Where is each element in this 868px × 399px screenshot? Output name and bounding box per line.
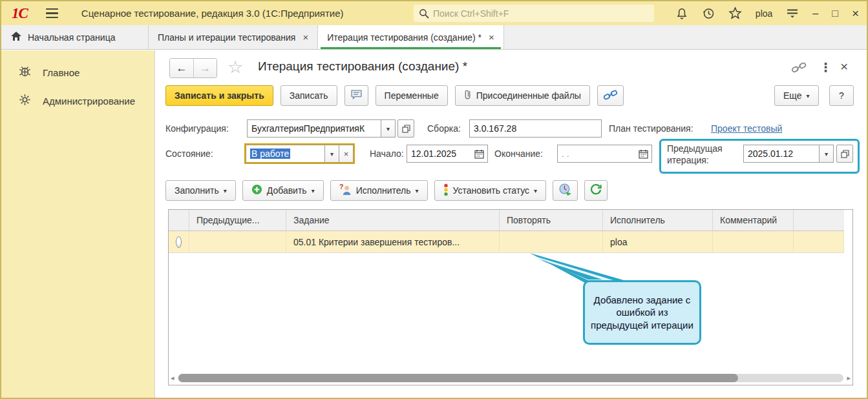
row-repeat-cell[interactable] bbox=[500, 231, 603, 253]
maximize-button[interactable]: □ bbox=[832, 8, 838, 19]
state-label: Состояние: bbox=[165, 148, 213, 159]
add-plus-icon bbox=[251, 184, 262, 197]
tab-plans-iterations[interactable]: Планы и итерации тестирования × bbox=[149, 25, 318, 49]
configuration-open-icon[interactable] bbox=[397, 119, 414, 138]
link-button[interactable] bbox=[597, 85, 624, 106]
tab-plans-label: Планы и итерации тестирования bbox=[158, 32, 295, 43]
service-menu-icon[interactable] bbox=[786, 8, 799, 19]
more-label: Еще bbox=[783, 90, 802, 101]
table-row[interactable]: 05.01 Критерии завершения тестиров... pl… bbox=[169, 231, 844, 253]
scroll-right-icon[interactable]: ▸ bbox=[847, 374, 851, 382]
header-comment[interactable]: Комментарий bbox=[713, 210, 794, 231]
current-user[interactable]: ploa bbox=[756, 8, 772, 19]
header-spacer bbox=[794, 210, 844, 231]
executor-button[interactable]: ? Исполнитель▾ bbox=[330, 180, 428, 201]
forward-button[interactable]: → bbox=[193, 59, 217, 77]
scrollbar-track[interactable] bbox=[178, 374, 844, 382]
close-window-button[interactable]: × bbox=[852, 7, 859, 19]
favorite-star-icon[interactable]: ☆ bbox=[228, 57, 243, 77]
build-field[interactable]: 3.0.167.28 bbox=[469, 119, 602, 138]
row-spacer-cell bbox=[794, 231, 844, 253]
tab-home[interactable]: Начальная страница bbox=[1, 25, 149, 49]
row-executor-cell[interactable]: ploa bbox=[603, 231, 713, 253]
caret-down-icon: ▾ bbox=[416, 187, 419, 194]
fill-button[interactable]: Заполнить▾ bbox=[165, 180, 236, 201]
comment-bubble-icon bbox=[350, 89, 363, 102]
configuration-field[interactable]: БухгалтерияПредприятияК ▾ bbox=[247, 119, 396, 138]
row-task-cell[interactable]: 05.01 Критерии завершения тестиров... bbox=[286, 231, 500, 253]
table-toolbar: Заполнить▾ Добавить▾ ? Исполнитель▾ Уста… bbox=[165, 180, 608, 201]
tab-bar: Начальная страница Планы и итерации тест… bbox=[1, 25, 867, 50]
attached-files-button[interactable]: Присоединенные файлы bbox=[455, 85, 590, 106]
header-repeat[interactable]: Повторять bbox=[500, 210, 603, 231]
caret-down-icon[interactable]: ▾ bbox=[819, 145, 833, 162]
global-search[interactable] bbox=[414, 5, 654, 22]
sidebar-item-administration[interactable]: Администрирование bbox=[1, 87, 154, 115]
sidebar-item-main[interactable]: Главное bbox=[1, 58, 154, 87]
search-icon bbox=[419, 8, 429, 19]
sidebar-item-admin-label: Администрирование bbox=[43, 96, 135, 107]
comment-button[interactable] bbox=[344, 85, 368, 106]
page-title: Итерация тестирования (создание) * bbox=[258, 59, 467, 74]
more-button[interactable]: Еще ▾ bbox=[774, 85, 819, 106]
test-plan-link[interactable]: Проект тестовый bbox=[711, 123, 782, 134]
calendar-icon[interactable] bbox=[639, 149, 648, 159]
tasks-table: Предыдущие... Задание Повторять Исполнит… bbox=[168, 209, 853, 385]
state-combobox[interactable]: В работе ▾ × bbox=[246, 145, 354, 163]
header-selector[interactable] bbox=[169, 210, 189, 231]
bug-icon bbox=[18, 65, 32, 80]
schedule-button[interactable] bbox=[553, 180, 578, 201]
scroll-left-icon[interactable]: ◂ bbox=[171, 374, 175, 382]
end-date-field[interactable]: . . bbox=[557, 145, 652, 163]
help-button[interactable]: ? bbox=[829, 85, 854, 106]
caret-down-icon: ▾ bbox=[534, 187, 537, 194]
save-button[interactable]: Записать bbox=[281, 85, 337, 106]
kebab-menu-icon[interactable]: ⋮ bbox=[820, 60, 832, 75]
attached-files-label: Присоединенные файлы bbox=[476, 90, 581, 101]
tab-iteration-label: Итерация тестирования (создание) * bbox=[327, 32, 482, 43]
refresh-icon bbox=[590, 184, 602, 198]
nav-history-group: ← → bbox=[169, 58, 217, 78]
command-bar: Записать и закрыть Записать Переменные П… bbox=[165, 85, 624, 106]
row-previous-cell[interactable] bbox=[189, 231, 286, 253]
tab-close-icon[interactable]: × bbox=[302, 32, 308, 43]
get-link-icon[interactable] bbox=[791, 61, 807, 76]
add-button[interactable]: Добавить▾ bbox=[242, 180, 324, 201]
previous-iteration-label: Предыдущая итерация: bbox=[667, 143, 739, 166]
back-button[interactable]: ← bbox=[170, 59, 193, 77]
header-task[interactable]: Задание bbox=[286, 210, 500, 231]
start-date-field[interactable]: 12.01.2025 bbox=[407, 145, 488, 163]
clear-icon[interactable]: × bbox=[339, 145, 353, 162]
refresh-button[interactable] bbox=[584, 180, 608, 201]
history-icon[interactable] bbox=[702, 7, 715, 20]
row-selector-cell[interactable] bbox=[169, 231, 189, 253]
caret-down-icon: ▾ bbox=[224, 187, 227, 194]
set-status-button[interactable]: Установить статус▾ bbox=[434, 180, 547, 201]
variables-button[interactable]: Переменные bbox=[376, 85, 448, 106]
caret-down-icon[interactable]: ▾ bbox=[324, 145, 339, 162]
close-form-icon[interactable]: × bbox=[840, 59, 848, 74]
build-label: Сборка: bbox=[427, 123, 461, 134]
row-comment-cell[interactable] bbox=[713, 231, 794, 253]
hamburger-menu-icon[interactable] bbox=[46, 8, 58, 19]
previous-iteration-open-icon[interactable] bbox=[836, 145, 853, 163]
scrollbar-thumb[interactable] bbox=[178, 374, 738, 382]
caret-down-icon: ▾ bbox=[807, 92, 810, 99]
search-input[interactable] bbox=[433, 8, 649, 19]
save-and-close-button[interactable]: Записать и закрыть bbox=[165, 85, 273, 106]
calendar-icon[interactable] bbox=[474, 149, 484, 159]
notifications-bell-icon[interactable] bbox=[675, 7, 688, 20]
header-previous[interactable]: Предыдущие... bbox=[189, 210, 286, 231]
row-state-icon bbox=[176, 236, 182, 248]
tab-iteration-active[interactable]: Итерация тестирования (создание) * × bbox=[318, 25, 504, 49]
favorites-star-icon[interactable] bbox=[728, 6, 742, 20]
header-executor[interactable]: Исполнитель bbox=[603, 210, 713, 231]
horizontal-scrollbar[interactable]: ◂ ▸ bbox=[171, 373, 851, 383]
sidebar: Главное Администрирование bbox=[1, 50, 154, 398]
caret-down-icon[interactable]: ▾ bbox=[381, 120, 395, 137]
tab-close-icon[interactable]: × bbox=[489, 32, 494, 43]
start-label: Начало: bbox=[370, 148, 404, 159]
executor-person-icon: ? bbox=[339, 184, 352, 198]
minimize-button[interactable]: – bbox=[812, 8, 818, 19]
previous-iteration-field[interactable]: 2025.01.12 ▾ bbox=[743, 145, 834, 163]
